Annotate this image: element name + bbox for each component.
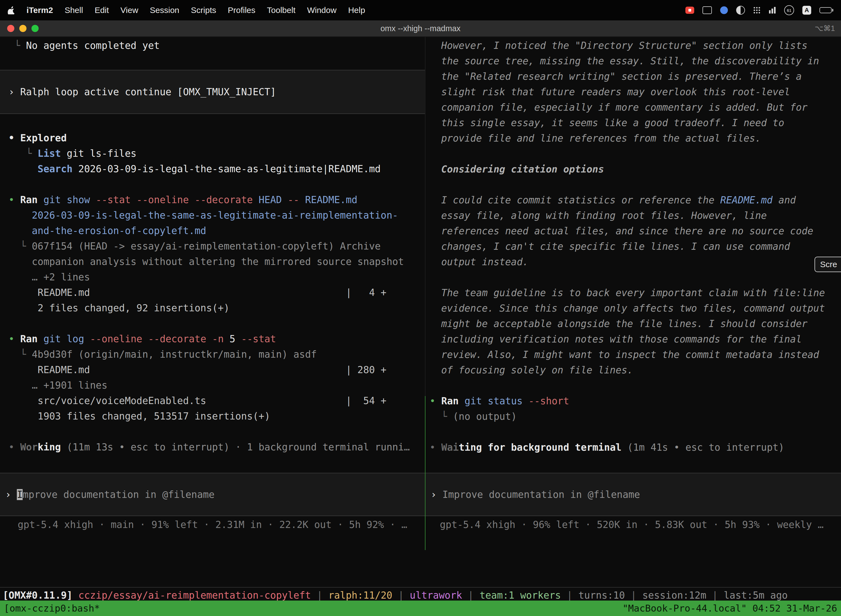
- ran-git-log-line: • Ran git log --oneline --decorate -n 5 …: [9, 331, 425, 347]
- camera-app-icon[interactable]: [736, 6, 745, 15]
- command-continuation-line: 2026-03-09-is-legal-the-same-as-legitima…: [9, 208, 425, 223]
- reasoning-paragraph-line: essay file, along with finding root file…: [429, 208, 841, 223]
- display-icon[interactable]: [702, 6, 712, 14]
- macos-menu-bar: iTerm2 Shell Edit View Session Scripts P…: [0, 0, 841, 21]
- battery-gauge-icon[interactable]: 61: [784, 5, 794, 15]
- working-spinner-line: • Working (11m 13s • esc to interrupt) ·…: [9, 439, 425, 455]
- reasoning-section-heading: Considering citation options: [429, 161, 841, 177]
- reasoning-paragraph-line: The team guideline is to back every impo…: [429, 285, 841, 301]
- reasoning-paragraph-line: I could cite commit statistics or refere…: [429, 192, 841, 208]
- reasoning-paragraph-line: However, I noticed the "Directory Struct…: [429, 38, 841, 53]
- command-output-line: … +1901 lines: [9, 378, 425, 393]
- close-window-button[interactable]: [7, 25, 14, 32]
- reasoning-paragraph-line: might be acceptable alongside the file l…: [429, 316, 841, 331]
- command-output-line: └ (no output): [429, 409, 841, 424]
- screen-edge-tooltip[interactable]: Scre: [815, 257, 841, 272]
- diffstat-line: README.md | 4 +: [9, 285, 425, 300]
- terminal-area: └ No agents completed yet › Ralph loop a…: [0, 37, 841, 616]
- command-output-line: … +2 lines: [9, 269, 425, 285]
- reasoning-paragraph-line: evidence. Since this change only affects…: [429, 301, 841, 316]
- tmux-session-label: [omx-cczip0:bash*: [4, 601, 100, 616]
- reasoning-paragraph-line: references need actual files, and since …: [429, 223, 841, 239]
- menu-item-view[interactable]: View: [120, 6, 138, 15]
- stats-icon[interactable]: [769, 7, 776, 13]
- command-output-line: companion analysis without altering the …: [9, 254, 425, 269]
- prompt-input-right[interactable]: › Improve documentation in @filename: [425, 473, 841, 516]
- waiting-spinner-line: • Waiting for background terminal (1m 41…: [429, 440, 841, 455]
- prompt-input-left[interactable]: › Improve documentation in @filename: [0, 473, 425, 516]
- reasoning-paragraph-line: this single essay, it seems like a good …: [429, 115, 841, 131]
- reasoning-paragraph-line: companion file, especially if more comme…: [429, 100, 841, 115]
- diffstat-summary-line: 1903 files changed, 513517 insertions(+): [9, 408, 425, 424]
- model-status-line-right: gpt-5.4 xhigh · 96% left · 520K in · 5.8…: [429, 517, 841, 532]
- agents-status-line: └ No agents completed yet: [9, 38, 425, 53]
- tmux-status-bar: [omx-cczip0:bash* "MacBook-Pro-44.local"…: [0, 601, 841, 616]
- explored-list-line: └ List git ls-files: [9, 146, 425, 161]
- window-title: omx --xhigh --madmax: [0, 24, 841, 33]
- right-terminal-pane[interactable]: However, I noticed the "Directory Struct…: [425, 37, 841, 550]
- left-terminal-pane[interactable]: └ No agents completed yet › Ralph loop a…: [0, 37, 425, 550]
- minimize-window-button[interactable]: [19, 25, 26, 32]
- command-output-line: └ 067f154 (HEAD -> essay/ai-reimplementa…: [9, 238, 425, 254]
- reasoning-paragraph-line: review. Also, I might want to inspect th…: [429, 347, 841, 362]
- input-source-icon[interactable]: A: [802, 6, 811, 15]
- menu-item-iterm2[interactable]: iTerm2: [26, 6, 53, 15]
- apple-menu-icon[interactable]: [8, 6, 15, 14]
- command-output-line: └ 4b9d30f (origin/main, instructkr/main,…: [9, 347, 425, 362]
- diffstat-summary-line: 2 files changed, 92 insertions(+): [9, 300, 425, 316]
- reasoning-paragraph-line: of focusing solely on file lines.: [429, 362, 841, 378]
- reasoning-paragraph-line: provide file and line references from th…: [429, 131, 841, 146]
- menu-item-session[interactable]: Session: [150, 6, 179, 15]
- menu-item-window[interactable]: Window: [307, 6, 337, 15]
- ralph-loop-line: › Ralph loop active continue [OMX_TMUX_I…: [9, 84, 276, 100]
- screen-recording-indicator-icon[interactable]: [686, 7, 694, 14]
- model-status-line-left: gpt-5.4 xhigh · main · 91% left · 2.31M …: [9, 517, 425, 532]
- reasoning-paragraph-line: the source tree, missing the essay. Stil…: [429, 53, 841, 69]
- tmux-host-clock-label: "MacBook-Pro-44.local" 04:52 31-Mar-26: [623, 601, 837, 616]
- reasoning-paragraph-line: changes, I can't cite specific file line…: [429, 239, 841, 254]
- battery-icon[interactable]: [819, 7, 833, 13]
- dots-grid-icon[interactable]: [753, 7, 760, 14]
- menu-item-help[interactable]: Help: [348, 6, 365, 15]
- command-continuation-line: and-the-erosion-of-copyleft.md: [9, 223, 425, 238]
- ran-git-status-line: • Ran git status --short: [429, 393, 841, 409]
- diffstat-line: README.md | 280 +: [9, 362, 425, 378]
- zoom-window-button[interactable]: [31, 25, 39, 32]
- menu-item-profiles[interactable]: Profiles: [228, 6, 255, 15]
- ralph-loop-banner: › Ralph loop active continue [OMX_TMUX_I…: [0, 70, 425, 114]
- reasoning-paragraph-line: including verification notes with those …: [429, 331, 841, 347]
- menu-item-shell[interactable]: Shell: [64, 6, 83, 15]
- ran-git-show-line: • Ran git show --stat --oneline --decora…: [9, 192, 425, 208]
- window-shortcut-badge: ⌥⌘1: [815, 24, 835, 33]
- menu-item-edit[interactable]: Edit: [95, 6, 109, 15]
- diffstat-line: src/voice/voiceModeEnabled.ts | 54 +: [9, 393, 425, 408]
- explored-search-line: Search 2026-03-09-is-legal-the-same-as-l…: [9, 161, 425, 177]
- screen-edge-tooltip-label: Scre: [820, 260, 837, 269]
- explored-header-line: • Explored: [9, 130, 425, 146]
- menu-item-toolbelt[interactable]: Toolbelt: [267, 6, 296, 15]
- reasoning-paragraph-line: the "Related research writing" section i…: [429, 69, 841, 84]
- menu-item-scripts[interactable]: Scripts: [191, 6, 216, 15]
- window-title-bar: omx --xhigh --madmax ⌥⌘1: [0, 21, 841, 37]
- prompt-input-line[interactable]: › Improve documentation in @filename: [431, 487, 640, 502]
- reasoning-paragraph-line: slight risk that future readers may over…: [429, 84, 841, 100]
- reasoning-paragraph-line: output instead.: [429, 254, 841, 270]
- app-status-icon[interactable]: [720, 6, 728, 14]
- prompt-input-line[interactable]: › Improve documentation in @filename: [5, 487, 215, 502]
